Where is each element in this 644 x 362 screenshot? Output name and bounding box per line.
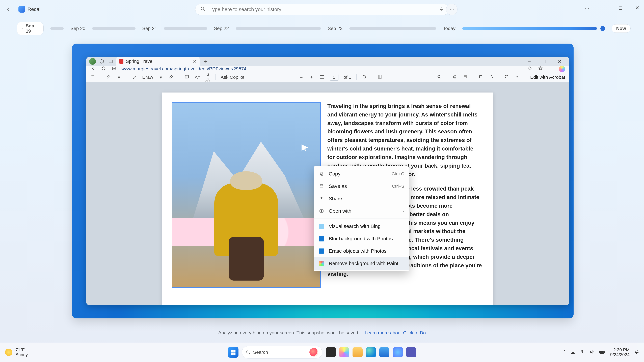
fullscreen-icon[interactable] [504,75,510,80]
timeline-segment[interactable] [349,27,436,30]
search-icon [200,6,205,12]
ctx-copy[interactable]: Copy Ctrl+C [314,168,409,180]
wifi-icon[interactable] [580,350,585,355]
chevron-down-icon[interactable]: ▾ [158,75,164,80]
eraser-icon[interactable] [132,75,137,80]
timeline-active-segment[interactable] [462,27,597,30]
more-button[interactable]: ⋯ [584,5,590,11]
draw-label[interactable]: Draw [142,75,153,80]
onedrive-icon[interactable]: ☁ [570,350,575,355]
url-text[interactable]: www.margiestravel.com/springtravelideas/… [122,66,246,71]
timeline-back-pill[interactable]: Sep 19 [17,22,44,35]
browser-menu-icon[interactable]: ⋯ [548,66,554,72]
rotate-icon[interactable] [362,75,367,80]
timeline-playhead[interactable] [600,26,605,31]
workspaces-icon[interactable] [98,58,105,65]
copilot-app-icon[interactable] [339,347,349,357]
tray-time[interactable]: 2:30 PM [610,348,630,352]
tray-date[interactable]: 9/24/2024 [610,352,630,357]
selected-image[interactable] [172,102,321,288]
timeline-date[interactable]: Sep 21 [142,26,157,31]
mic-icon[interactable] [439,6,444,12]
browser-close[interactable]: ✕ [556,59,563,64]
highlight-icon[interactable] [106,75,111,80]
back-button[interactable] [5,6,12,12]
search-input[interactable] [209,6,435,12]
timeline-date[interactable]: Sep 20 [70,26,85,31]
code-toggle-button[interactable]: ‹·› [446,4,458,15]
browser-minimize[interactable]: – [526,59,533,64]
erase-tool-icon[interactable] [168,75,174,80]
close-tab-icon[interactable]: ✕ [193,59,196,64]
copilot-icon[interactable] [559,66,565,72]
timeline-date[interactable]: Sep 23 [328,26,343,31]
share-pdf-icon[interactable] [488,75,494,80]
chevron-down-icon[interactable]: ▾ [116,75,122,80]
teams-icon[interactable] [406,347,416,357]
maximize-button[interactable]: □ [617,5,624,11]
start-button[interactable] [228,347,238,358]
copilot-pinned-icon[interactable] [393,347,403,357]
taskbar-search[interactable]: Search [242,346,322,359]
read-aloud-icon[interactable]: A⁺ [194,75,200,80]
settings-icon[interactable] [514,75,520,80]
minimize-button[interactable]: – [600,5,607,11]
timeline-segment[interactable] [50,27,64,30]
page-layout-icon[interactable] [377,75,382,80]
ctx-open-with[interactable]: Open with › [314,205,409,217]
svg-rect-7 [380,75,381,78]
timeline-segment[interactable] [92,27,136,30]
store-icon[interactable] [379,347,390,357]
browser-tab[interactable]: Spring Travel ✕ [116,57,200,66]
fit-width-icon[interactable] [319,75,325,80]
file-explorer-icon[interactable] [352,347,362,357]
timeline-segment[interactable] [164,27,207,30]
save-icon [319,183,324,189]
zoom-out-icon[interactable]: – [298,75,304,80]
timeline-date[interactable]: Sep 22 [214,26,229,31]
battery-icon[interactable] [600,350,605,355]
ctx-visual-search[interactable]: Visual search with Bing [314,220,409,232]
find-icon[interactable] [436,75,442,80]
shopping-icon[interactable] [526,66,533,72]
edit-acrobat-button[interactable]: Edit with Acrobat [530,75,565,80]
ctx-remove-background[interactable]: Remove background with Paint [314,257,409,270]
profile-avatar[interactable] [89,58,96,65]
site-info-icon[interactable] [111,66,117,72]
ctx-blur-background[interactable]: Blur background with Photos [314,232,409,245]
timeline-segment[interactable] [236,27,321,30]
learn-more-link[interactable]: Learn more about Click to Do [365,330,426,335]
edge-icon[interactable] [366,347,376,357]
refresh-icon[interactable] [100,66,106,72]
add-note-icon[interactable] [478,75,484,80]
weather-widget[interactable]: 71°F Sunny [5,348,28,357]
ctx-share[interactable]: Share [314,192,409,205]
contents-icon[interactable] [90,75,96,80]
timeline-today[interactable]: Today [443,26,456,31]
timeline[interactable]: Sep 19 Sep 20 Sep 21 Sep 22 Sep 23 Today… [17,23,630,33]
system-tray[interactable]: ˄ ☁ 2:30 PM 9/24/2024 [563,348,639,357]
taskview-icon[interactable] [326,347,336,357]
status-text: Analyzing everything on your screen. Thi… [218,330,360,335]
page-input[interactable]: 1 [330,74,338,81]
ctx-save-as[interactable]: Save as Ctrl+S [314,180,409,192]
close-button[interactable]: ✕ [634,5,641,11]
favorite-icon[interactable] [537,66,544,72]
save-icon[interactable] [462,75,468,80]
zoom-in-icon[interactable]: + [309,75,314,80]
tray-chevron-icon[interactable]: ˄ [563,350,566,355]
browser-maximize[interactable]: □ [541,59,548,64]
history-search[interactable] [195,4,449,15]
ctx-erase-objects[interactable]: Erase objects with Photos [314,245,409,257]
vertical-tabs-icon[interactable] [107,58,114,65]
search-highlight-icon [310,348,318,357]
notifications-icon[interactable] [634,350,639,355]
nav-back-icon[interactable] [90,66,96,72]
ask-copilot-button[interactable]: Ask Copilot [220,75,244,80]
new-tab-button[interactable]: ＋ [202,58,209,65]
translate-icon[interactable]: aあ [205,71,210,83]
print-icon[interactable] [452,75,458,80]
timeline-now-button[interactable]: Now [612,24,630,33]
volume-icon[interactable] [590,350,594,355]
two-page-icon[interactable] [184,75,190,80]
